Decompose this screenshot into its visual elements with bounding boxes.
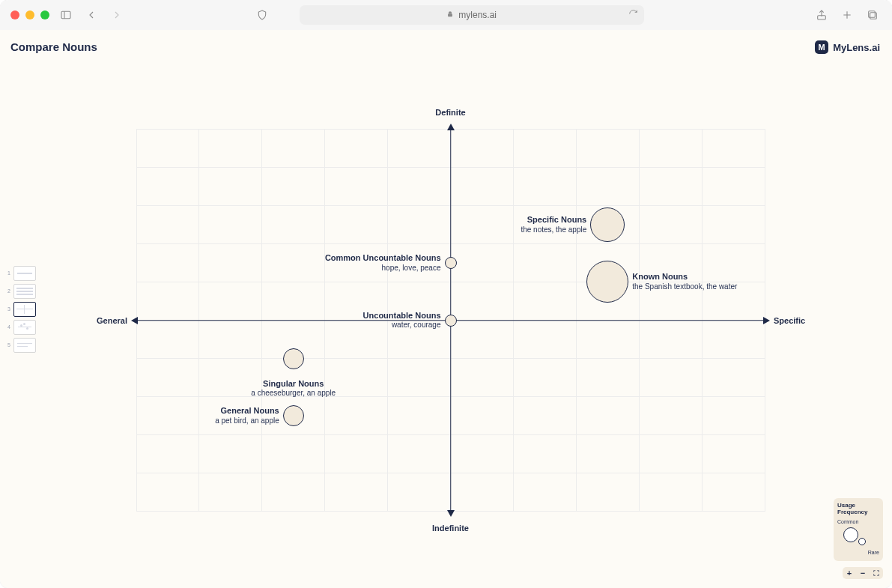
bubble-label-specific-nouns: Specific Nounsthe notes, the apple [521,215,586,234]
thumbnail-index: 5 [6,342,10,348]
legend-usage-frequency: Usage Frequency Common Rare [834,498,883,561]
thumbnail-slide-3[interactable]: 3 [6,302,36,317]
bubble-subtitle: the notes, the apple [521,225,586,234]
legend-min-label: Rare [837,550,879,555]
zoom-in-button[interactable]: + [843,567,856,579]
bubble-subtitle: the Spanish textbook, the water [632,282,737,292]
brand-label: MyLens.ai [833,42,880,53]
bubble-label-singular-nouns: Singular Nounsa cheeseburger, an apple [251,379,336,398]
thumbnail-preview [13,266,36,281]
bubble-general-nouns[interactable] [283,405,304,426]
axis-label-left: General [97,316,127,325]
thumbnail-slide-1[interactable]: 1 [6,266,36,281]
thumbnail-preview [13,320,36,335]
thumbnail-index: 1 [6,270,10,276]
legend-max-label: Common [837,519,879,524]
new-tab-button[interactable] [838,6,856,24]
share-button[interactable] [813,6,831,24]
forward-button[interactable] [108,6,126,24]
bubble-title: Known Nouns [632,272,737,282]
thumbnail-preview [13,284,36,299]
refresh-button[interactable] [628,9,638,21]
tabs-overview-button[interactable] [864,6,882,24]
zoom-fit-button[interactable] [870,567,883,579]
brand[interactable]: M MyLens.ai [815,40,880,54]
arrow-left-icon [131,317,138,324]
bubble-label-common-uncountable-nouns: Common Uncountable Nounshope, love, peac… [325,253,441,273]
bubble-title: Singular Nouns [251,379,336,390]
svg-rect-2 [448,14,452,17]
window-controls [10,10,49,19]
minimize-window-button[interactable] [25,10,34,19]
sidebar-toggle-button[interactable] [57,6,75,24]
thumbnail-index: 2 [6,288,10,294]
thumbnail-preview [13,302,36,317]
bubble-title: Uncountable Nouns [363,310,441,321]
bubble-title: Specific Nouns [521,215,586,225]
axis-label-top: Definite [435,108,465,117]
legend-bubble-small-icon [858,538,866,545]
brand-logo-icon: M [815,40,828,54]
address-bar[interactable]: mylens.ai [300,5,644,25]
back-button[interactable] [82,6,100,24]
bubble-title: Common Uncountable Nouns [325,253,441,264]
quadrant-chart[interactable]: Definite Indefinite General Specific Spe… [75,97,817,543]
thumbnail-slide-2[interactable]: 2 [6,284,36,299]
bubble-singular-nouns[interactable] [283,348,304,369]
arrow-up-icon [447,124,455,130]
shield-icon[interactable] [253,6,271,24]
page-content: Compare Nouns M MyLens.ai 12345 Definite… [0,30,892,588]
zoom-out-button[interactable]: − [856,567,870,579]
zoom-controls: + − [843,567,883,579]
bubble-label-uncountable-nouns: Uncountable Nounswater, courage [363,310,441,330]
bubble-title: General Nouns [215,406,279,416]
svg-rect-6 [870,13,877,19]
page-title: Compare Nouns [10,40,97,53]
bubble-uncountable-nouns[interactable] [445,315,457,327]
bubble-subtitle: water, courage [363,321,441,330]
thumbnail-index: 3 [6,306,10,312]
slides-thumbnail-strip: 12345 [6,266,36,353]
thumbnail-slide-5[interactable]: 5 [6,338,36,353]
address-bar-host: mylens.ai [458,10,497,20]
maximize-window-button[interactable] [40,10,49,19]
bubble-label-known-nouns: Known Nounsthe Spanish textbook, the wat… [632,272,737,291]
legend-title-line1: Usage [837,502,855,509]
arrow-down-icon [447,510,455,517]
legend-bubble-large-icon [843,527,858,542]
thumbnail-preview [13,338,36,353]
bubble-subtitle: a pet bird, an apple [215,416,279,426]
lock-icon [446,10,454,20]
arrow-right-icon [763,317,770,324]
axis-label-right: Specific [774,316,805,325]
chart-plot-area[interactable]: Definite Indefinite General Specific Spe… [136,129,765,512]
bubble-known-nouns[interactable] [586,261,628,303]
svg-rect-7 [869,11,876,18]
bubble-label-general-nouns: General Nounsa pet bird, an apple [215,406,279,425]
bubble-specific-nouns[interactable] [590,207,625,242]
svg-rect-0 [61,11,70,18]
close-window-button[interactable] [10,10,19,19]
legend-size-scale [837,524,879,550]
thumbnail-slide-4[interactable]: 4 [6,320,36,335]
axis-label-bottom: Indefinite [432,524,469,533]
bubble-common-uncountable-nouns[interactable] [445,257,457,269]
legend-title-line2: Frequency [837,509,867,515]
bubble-subtitle: a cheeseburger, an apple [251,389,336,398]
bubble-subtitle: hope, love, peace [325,263,441,273]
thumbnail-index: 4 [6,324,10,330]
browser-chrome: mylens.ai [0,0,892,31]
